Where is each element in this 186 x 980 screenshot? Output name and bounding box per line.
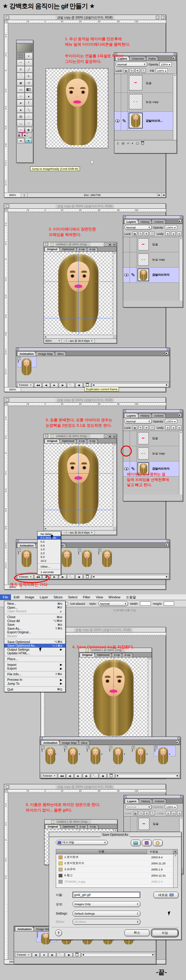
visibility-toggle[interactable] [114, 93, 121, 111]
menu-image[interactable]: Image [22, 594, 37, 600]
close-box-icon[interactable] [45, 434, 48, 438]
lock-position-icon[interactable]: ✛ [144, 811, 149, 815]
tab-optimized[interactable]: Optimized [59, 247, 77, 251]
lock-paint-icon[interactable]: ✎ [138, 425, 143, 430]
tab-history[interactable]: History [138, 413, 152, 418]
menu-item-close-all[interactable]: Close All⌥⌘W [4, 619, 65, 623]
zoom-level[interactable]: 300% [4, 193, 21, 197]
palette-menu-icon[interactable]: ▶ [165, 351, 168, 355]
recent-button[interactable] [153, 840, 162, 846]
tab-optimized[interactable]: Optimized [59, 439, 77, 443]
unify-style-icon[interactable]: 8 [177, 425, 181, 430]
disk-button[interactable] [131, 840, 141, 846]
loop-popup[interactable]: Forever▼ [17, 383, 34, 387]
dodge-tool-button[interactable]: ● [25, 93, 33, 100]
step-forward-icon[interactable]: |▶ [48, 953, 56, 957]
tween-icon[interactable]: °°。 [91, 774, 98, 778]
blend-mode-popup[interactable]: Normal▲▼ [125, 804, 152, 809]
magic-wand-tool-button[interactable]: * [25, 59, 33, 66]
menu-item-import[interactable]: Import▶ [4, 663, 65, 667]
file-row[interactable]: 2.토마토토이즈2004.11.20 [56, 861, 178, 867]
menu-item-open[interactable]: Open...⌘O [4, 606, 65, 609]
close-box-icon[interactable] [45, 243, 48, 246]
opacity-field[interactable]: 100%▶ [165, 805, 177, 809]
tab-paths[interactable]: Paths [146, 56, 158, 60]
tween-icon[interactable]: °°。 [67, 574, 75, 579]
animation-frame[interactable]: 40.1 sec. ▾ [109, 746, 130, 756]
palette-menu-icon[interactable]: ▶ [175, 740, 179, 744]
tab-layers[interactable]: Layers [125, 799, 139, 803]
palette-grip[interactable] [123, 410, 183, 413]
animation-frame[interactable]: 51 sec. ▾ [98, 549, 117, 559]
tab-animation[interactable]: Animation [41, 740, 60, 745]
slice-tool-button[interactable]: ╱ [25, 66, 33, 73]
tab-animation[interactable]: Animation [17, 351, 36, 356]
tab-channels[interactable]: Channels [129, 56, 146, 60]
menu-item-10[interactable]: 1.0 [37, 547, 61, 551]
close-box-icon[interactable] [6, 785, 9, 789]
menu-item-file-info[interactable]: File Info...⇧⌘K [4, 672, 65, 676]
unify-position-icon[interactable]: 8 [165, 425, 170, 430]
lasso-tool-button[interactable]: ◠ [17, 59, 25, 66]
menu-help[interactable]: 도움말 [123, 594, 139, 600]
lock-position-icon[interactable]: ✛ [144, 425, 149, 430]
close-box-icon[interactable] [6, 398, 9, 402]
smudge-tool-button[interactable]: ~ [17, 93, 25, 100]
menu-item-save-optimized[interactable]: Save Optimized⌥⌘S [4, 640, 65, 644]
animation-frame[interactable]: 30.1 sec. ▾ [86, 746, 107, 756]
window-titlebar[interactable]: 금발 copy @ 300% (금발머리여자, RGB) [4, 15, 165, 20]
tab-layers[interactable]: Layers [124, 219, 138, 224]
palette-menu-icon[interactable]: ▶ [172, 56, 176, 60]
tab-original[interactable]: Original [45, 247, 60, 251]
menu-item-export-original[interactable]: Export Original... [4, 630, 65, 634]
tab-original[interactable]: Original [80, 653, 95, 657]
tween-icon[interactable]: °°。 [57, 953, 64, 957]
dialog-titlebar[interactable]: Save Optimized As [49, 832, 181, 837]
ir-canvas[interactable] [79, 657, 148, 738]
menu-item-output-settings[interactable]: Output Settings▶ [4, 648, 65, 652]
lock-position-icon[interactable]: ✛ [144, 232, 149, 236]
marquee-tool-button[interactable] [17, 52, 25, 59]
file-row[interactable]: 7f783006_m.jpg2005.2.4 [56, 879, 178, 885]
column-name[interactable]: 이름 [56, 850, 147, 854]
menu-file[interactable]: File [0, 594, 11, 600]
tab-image-map[interactable]: Image Map [59, 740, 79, 745]
layer-mask-icon[interactable]: ◎ [122, 142, 125, 145]
palette-menu-icon[interactable]: ▶ [178, 219, 182, 223]
link-toggle[interactable] [130, 237, 136, 252]
delete-frame-icon[interactable] [107, 774, 115, 778]
scroll-left-icon[interactable]: ◀ [161, 193, 165, 197]
style-popup[interactable]: Normal▲▼ [98, 601, 128, 606]
link-toggle[interactable] [130, 431, 136, 446]
ir-zoom-popup[interactable]: 300%▼ [44, 339, 62, 343]
ir-vscrollbar[interactable]: ▲ [113, 252, 117, 335]
window-titlebar[interactable]: 금발 copy @ 300% (금발머리여자, RGB) [4, 398, 165, 402]
animation-frame[interactable]: 60.5 sec. ▾ [154, 746, 175, 756]
frames-scrollbar[interactable]: ◀▶ [92, 383, 168, 387]
brush-tool-button[interactable]: ✎ [25, 73, 33, 80]
lock-all-icon[interactable]: ⚿ [141, 68, 146, 73]
menu-item-01-seconds[interactable]: 0.1 seconds [37, 536, 61, 540]
tab-original[interactable]: Original [45, 824, 60, 829]
loop-popup[interactable]: Forever▼ [15, 953, 31, 957]
menu-item-1-seconds[interactable]: 1 seconds [37, 570, 61, 574]
visibility-toggle[interactable] [124, 816, 130, 832]
link-toggle[interactable] [130, 252, 136, 267]
stop-icon[interactable]: ■ [40, 953, 48, 957]
layer-row-lips[interactable]: 입술 [114, 74, 176, 93]
sort-order-icon[interactable]: ≛ [173, 851, 178, 853]
window-titlebar[interactable]: 금발 copy @ 300% (금발머리여자, RGB) [4, 204, 165, 209]
tab-actions[interactable]: Actions [152, 799, 167, 803]
path-select-tool-button[interactable]: ➤ [17, 100, 25, 106]
palette-scrollbar[interactable]: ▲ [179, 431, 183, 495]
menu-item-no-delay[interactable]: No delay [37, 532, 61, 536]
opacity-field[interactable]: 100%▶ [165, 225, 177, 229]
save-button[interactable]: 저장 [152, 930, 178, 936]
tween-icon[interactable]: °°。 [67, 383, 75, 387]
ir-hscrollbar[interactable]: ◀ [44, 335, 113, 339]
location-popup[interactable]: 데스크탑▲▼ [56, 840, 107, 845]
column-date[interactable]: 수정일 [147, 850, 173, 854]
visibility-toggle[interactable] [123, 237, 130, 252]
visibility-toggle[interactable] [114, 112, 121, 130]
collapse-box-icon[interactable] [161, 16, 164, 19]
